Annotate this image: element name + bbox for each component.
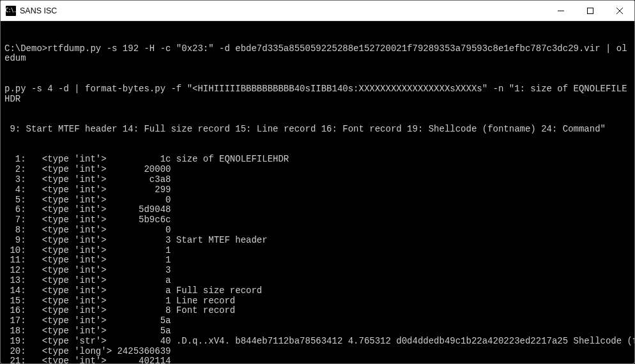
close-icon bbox=[616, 8, 623, 14]
output-row: 10: <type 'int'> 1 bbox=[4, 246, 631, 256]
output-row: 5: <type 'int'> 0 bbox=[4, 195, 631, 206]
output-row: 6: <type 'int'> 5d9048 bbox=[4, 205, 631, 215]
output-row: 13: <type 'int'> a bbox=[4, 276, 631, 286]
output-row: 17: <type 'int'> 5a bbox=[4, 316, 631, 326]
output-row: 14: <type 'int'> a Full size record bbox=[4, 286, 631, 296]
output-row: 7: <type 'int'> 5b9c6c bbox=[4, 215, 631, 225]
output-row: 8: <type 'int'> 0 bbox=[4, 225, 631, 236]
output-row: 12: <type 'int'> 3 bbox=[4, 266, 631, 276]
output-row: 20: <type 'long'> 2425360639 bbox=[4, 347, 631, 357]
output-row: 15: <type 'int'> 1 Line record bbox=[4, 296, 631, 307]
command-line: p.py -s 4 -d | format-bytes.py -f "<HIHI… bbox=[4, 84, 631, 105]
cmd-icon: C:\. bbox=[6, 6, 16, 16]
minimize-button[interactable] bbox=[546, 1, 576, 21]
output-row: 19: <type 'str'> 40 .D.q..xV4. b844eb711… bbox=[4, 337, 631, 347]
titlebar[interactable]: C:\. SANS ISC bbox=[1, 1, 634, 21]
output-row: 4: <type 'int'> 299 bbox=[4, 185, 631, 195]
svg-rect-1 bbox=[588, 8, 593, 13]
minimize-icon bbox=[558, 8, 564, 14]
output-row: 1: <type 'int'> 1c size of EQNOLEFILEHDR bbox=[4, 155, 631, 165]
output-row: 2: <type 'int'> 20000 bbox=[4, 165, 631, 175]
output-row: 16: <type 'int'> 8 Font record bbox=[4, 306, 631, 316]
output-row: 3: <type 'int'> c3a8 bbox=[4, 175, 631, 185]
close-button[interactable] bbox=[605, 1, 634, 21]
window-title: SANS ISC bbox=[20, 6, 546, 15]
output-rows: 1: <type 'int'> 1c size of EQNOLEFILEHDR… bbox=[4, 155, 631, 364]
output-row: 11: <type 'int'> 1 bbox=[4, 255, 631, 266]
console-area[interactable]: C:\Demo>rtfdump.py -s 192 -H -c "0x23:" … bbox=[1, 21, 634, 364]
output-row: 9: <type 'int'> 3 Start MTEF header bbox=[4, 236, 631, 246]
maximize-icon bbox=[587, 8, 593, 14]
maximize-button[interactable] bbox=[576, 1, 605, 21]
command-line: 9: Start MTEF header 14: Full size recor… bbox=[4, 125, 631, 135]
output-row: 21: <type 'int'> 402114 bbox=[4, 356, 631, 364]
window-frame: C:\. SANS ISC C:\Demo>rtfdump.py -s 192 … bbox=[0, 0, 635, 364]
output-row: 18: <type 'int'> 5a bbox=[4, 326, 631, 337]
command-line: C:\Demo>rtfdump.py -s 192 -H -c "0x23:" … bbox=[4, 44, 631, 64]
